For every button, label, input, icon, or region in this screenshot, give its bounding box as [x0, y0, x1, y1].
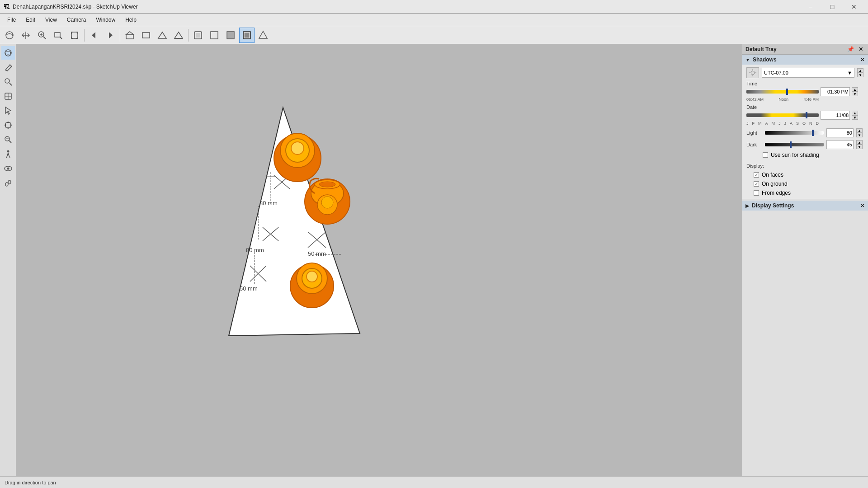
menu-help[interactable]: Help: [121, 15, 141, 25]
utc-down-btn[interactable]: ▼: [857, 73, 863, 77]
zoom-tool-btn[interactable]: [34, 28, 50, 43]
dark-slider[interactable]: [765, 143, 824, 146]
model-canvas: 80 mm 80 mm 50 mm 50 mm: [16, 44, 741, 476]
light-up-btn[interactable]: ▲: [856, 128, 863, 133]
time-end-label: 4:46 PM: [803, 97, 819, 102]
time-slider-thumb[interactable]: [786, 89, 788, 95]
menu-camera[interactable]: Camera: [62, 15, 91, 25]
date-up-btn[interactable]: ▲: [852, 111, 858, 115]
month-d: D: [816, 121, 819, 126]
time-up-btn[interactable]: ▲: [852, 87, 858, 92]
date-slider-thumb[interactable]: [806, 112, 807, 118]
eraser-tool[interactable]: [1, 61, 15, 74]
shadows-close-btn[interactable]: ✕: [860, 57, 864, 63]
orbit-tool[interactable]: [1, 46, 15, 60]
titlebar-controls[interactable]: − □ ✕: [800, 0, 864, 14]
style3-btn[interactable]: [223, 28, 238, 43]
time-row: Time: [746, 81, 863, 102]
perspective-proj-btn[interactable]: [155, 28, 170, 43]
two-point-persp-btn[interactable]: [171, 28, 186, 43]
month-n: N: [809, 121, 812, 126]
on-ground-checkbox[interactable]: [754, 181, 759, 187]
svg-marker-36: [5, 122, 11, 123]
style2-btn[interactable]: [207, 28, 222, 43]
menu-window[interactable]: Window: [92, 15, 120, 25]
orbit-tool-btn[interactable]: [2, 28, 17, 43]
timezone-row: UTC-07:00 ▼ ▲ ▼: [746, 67, 863, 78]
svg-point-78: [307, 271, 317, 282]
date-slider-bg[interactable]: [746, 113, 819, 117]
utc-up-btn[interactable]: ▲: [857, 68, 863, 73]
maximize-button[interactable]: □: [822, 0, 843, 14]
minimize-button[interactable]: −: [800, 0, 821, 14]
svg-point-74: [321, 197, 333, 208]
tray-close-btn[interactable]: ✕: [857, 46, 864, 52]
date-label: Date: [746, 104, 762, 110]
titlebar: 🏗 DenahLapanganKRSRI2024.skp - SketchUp …: [0, 0, 868, 14]
menu-edit[interactable]: Edit: [21, 15, 40, 25]
move-tool[interactable]: [1, 118, 15, 132]
svg-point-41: [7, 150, 9, 153]
dark-thumb[interactable]: [790, 141, 792, 148]
next-view-btn[interactable]: [103, 28, 118, 43]
app-icon: 🏗: [4, 3, 10, 10]
viewport[interactable]: 80 mm 80 mm 50 mm 50 mm: [16, 44, 741, 476]
time-label: Time: [746, 81, 762, 86]
menu-view[interactable]: View: [41, 15, 61, 25]
select-tool[interactable]: [1, 104, 15, 117]
standard-views-btn[interactable]: [122, 28, 137, 43]
from-edges-checkbox[interactable]: [754, 190, 759, 196]
display-settings-header[interactable]: ▶ Display Settings ✕: [742, 201, 868, 211]
dark-input[interactable]: [826, 140, 854, 149]
time-input[interactable]: [821, 87, 850, 96]
light-thumb[interactable]: [812, 130, 814, 136]
svg-line-7: [60, 37, 62, 39]
statusbar: Drag in direction to pan: [0, 476, 868, 488]
date-slider-track: [746, 113, 819, 118]
style5-btn[interactable]: [255, 28, 271, 43]
dark-down-btn[interactable]: ▼: [856, 145, 863, 149]
style4-btn[interactable]: [239, 28, 255, 43]
light-input[interactable]: [826, 128, 854, 137]
time-slider-container: ▲ ▼ 06:42 AM Noon 4:46 PM: [746, 87, 858, 102]
shadows-body: UTC-07:00 ▼ ▲ ▼ Time: [742, 65, 868, 199]
light-slider[interactable]: [765, 131, 824, 135]
svg-marker-15: [175, 32, 183, 38]
pan-tool-btn[interactable]: [18, 28, 33, 43]
svg-rect-18: [196, 33, 200, 38]
zoom-window-btn[interactable]: [51, 28, 66, 43]
display-settings-close-btn[interactable]: ✕: [860, 203, 864, 209]
footsteps-tool[interactable]: [1, 176, 15, 190]
time-slider-labels: 06:42 AM Noon 4:46 PM: [746, 97, 819, 102]
zoom-region-tool[interactable]: [1, 133, 15, 146]
parallel-proj-btn[interactable]: [138, 28, 154, 43]
date-spin[interactable]: ▲ ▼: [852, 111, 858, 120]
close-button[interactable]: ✕: [844, 0, 864, 14]
time-slider-bg[interactable]: [746, 90, 819, 94]
time-spin[interactable]: ▲ ▼: [852, 87, 858, 96]
zoom-extents-btn[interactable]: [67, 28, 82, 43]
look-around-tool[interactable]: [1, 162, 15, 175]
light-down-btn[interactable]: ▼: [856, 133, 863, 137]
svg-marker-35: [10, 122, 12, 128]
shadows-header[interactable]: ▼ Shadows ✕: [742, 55, 868, 65]
dark-up-btn[interactable]: ▲: [856, 140, 863, 145]
dark-spin[interactable]: ▲ ▼: [856, 140, 863, 149]
tray-pin-btn[interactable]: 📌: [846, 46, 855, 52]
walk-tool[interactable]: [1, 147, 15, 161]
prev-view-btn[interactable]: [86, 28, 102, 43]
date-down-btn[interactable]: ▼: [852, 115, 858, 120]
utc-spin[interactable]: ▲ ▼: [857, 68, 863, 77]
pan2-tool[interactable]: [1, 89, 15, 103]
style1-btn[interactable]: [190, 28, 206, 43]
svg-marker-10: [109, 32, 113, 38]
zoom3-tool[interactable]: [1, 75, 15, 89]
light-spin[interactable]: ▲ ▼: [856, 128, 863, 137]
use-sun-checkbox[interactable]: [763, 152, 768, 158]
date-input[interactable]: [821, 111, 850, 120]
month-a1: A: [765, 121, 768, 126]
menu-file[interactable]: File: [3, 15, 20, 25]
on-faces-checkbox[interactable]: [754, 172, 759, 178]
time-down-btn[interactable]: ▼: [852, 92, 858, 96]
timezone-dropdown[interactable]: UTC-07:00 ▼: [762, 68, 854, 78]
